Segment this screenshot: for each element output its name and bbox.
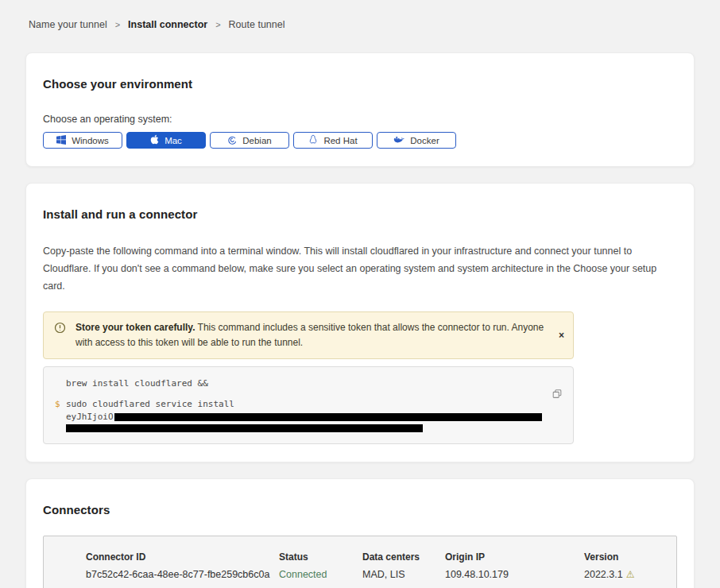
token-warning-banner: Store your token carefully. This command…	[43, 311, 574, 359]
token-prefix-text: eyJhIjoiO	[66, 411, 114, 424]
data-centers-value: MAD, LIS	[362, 569, 445, 580]
close-icon[interactable]: ×	[559, 331, 564, 340]
warning-lead-text: Store your token carefully.	[75, 322, 195, 333]
breadcrumb-separator: >	[115, 20, 120, 29]
os-button-mac[interactable]: Mac	[126, 132, 206, 149]
os-button-redhat[interactable]: Red Hat	[293, 132, 373, 149]
col-header-version: Version	[584, 551, 660, 569]
os-button-label: Red Hat	[323, 136, 357, 145]
breadcrumb-route-tunnel[interactable]: Route tunnel	[229, 19, 285, 30]
os-button-group: Windows Mac Debian	[43, 132, 677, 149]
debian-swirl-icon	[227, 135, 237, 146]
code-line: brew install cloudflared &&	[55, 377, 541, 390]
os-button-label: Windows	[72, 136, 109, 145]
version-value: 2022.3.1⚠	[584, 569, 660, 580]
connector-id-value: b7c52c42-6caa-48ee-8c77-fbe259cb6c0a	[86, 569, 279, 580]
breadcrumb: Name your tunnel > Install connector > R…	[25, 0, 695, 30]
copy-command-button[interactable]	[552, 389, 563, 402]
breadcrumb-name-your-tunnel[interactable]: Name your tunnel	[29, 19, 107, 30]
col-header-connector-id: Connector ID	[86, 551, 279, 569]
os-select-label: Choose an operating system:	[43, 114, 677, 125]
breadcrumb-separator: >	[215, 20, 220, 29]
os-button-docker[interactable]: Docker	[377, 132, 456, 149]
redacted-token-bar	[114, 413, 542, 421]
install-command-code-block: brew install cloudflared && $ sudo cloud…	[43, 366, 574, 444]
install-card-description: Copy-paste the following command into a …	[43, 243, 675, 296]
environment-card-title: Choose your environment	[43, 77, 677, 91]
redacted-token-bar	[66, 424, 423, 432]
info-circle-icon	[54, 322, 66, 338]
copy-icon	[552, 390, 563, 402]
install-card-title: Install and run a connector	[43, 207, 677, 221]
docker-whale-icon	[393, 135, 405, 145]
windows-logo-icon	[56, 135, 66, 146]
install-connector-card: Install and run a connector Copy-paste t…	[25, 183, 695, 462]
origin-ip-value: 109.48.10.179	[445, 569, 584, 580]
table-row: b7c52c42-6caa-48ee-8c77-fbe259cb6c0a Con…	[86, 569, 660, 580]
connectors-table: Connector ID Status Data centers Origin …	[43, 536, 677, 588]
connectors-card: Connectors Connector ID Status Data cent…	[25, 478, 695, 588]
code-line-brew: brew install cloudflared &&	[66, 377, 541, 390]
shell-prompt: $	[55, 398, 66, 411]
breadcrumb-install-connector[interactable]: Install connector	[128, 19, 207, 30]
code-line: $ sudo cloudflared service install	[55, 398, 541, 411]
table-header-row: Connector ID Status Data centers Origin …	[86, 551, 660, 569]
choose-environment-card: Choose your environment Choose an operat…	[25, 52, 695, 167]
os-button-label: Debian	[242, 136, 271, 145]
connectors-card-title: Connectors	[43, 503, 677, 516]
col-header-origin-ip: Origin IP	[445, 551, 584, 569]
status-badge: Connected	[279, 569, 362, 580]
tunnel-setup-page: Name your tunnel > Install connector > R…	[0, 0, 720, 588]
code-line: eyJhIjoiO	[55, 411, 541, 432]
code-line-sudo: sudo cloudflared service install	[66, 398, 541, 411]
os-button-label: Docker	[410, 136, 439, 145]
os-button-label: Mac	[165, 136, 182, 145]
linux-penguin-icon	[308, 134, 318, 146]
apple-logo-icon	[150, 134, 159, 146]
os-button-debian[interactable]: Debian	[210, 132, 289, 149]
col-header-status: Status	[279, 551, 362, 569]
col-header-data-centers: Data centers	[362, 551, 445, 569]
warning-triangle-icon: ⚠	[626, 569, 635, 580]
os-button-windows[interactable]: Windows	[43, 132, 122, 149]
